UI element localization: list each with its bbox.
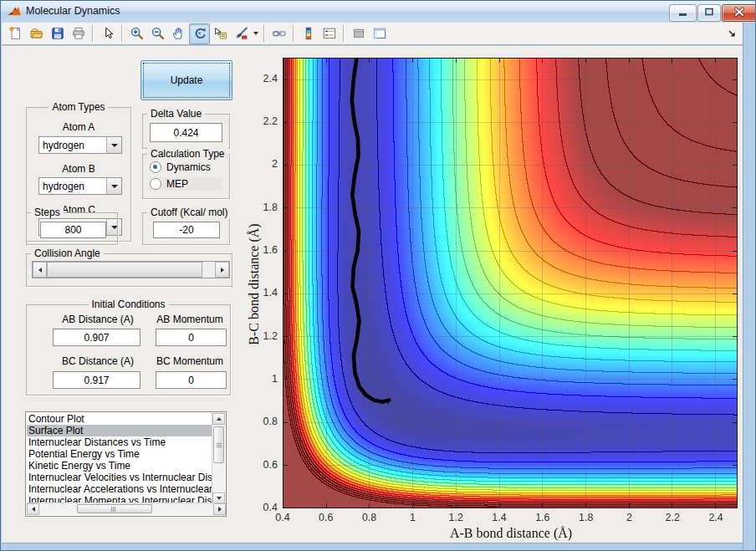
- app-window: Molecular Dynamics Atom Types Atom A hyd…: [0, 0, 756, 551]
- list-item[interactable]: Kinetic Energy vs Time: [27, 460, 213, 472]
- chevron-down-icon[interactable]: [106, 137, 121, 153]
- title-bar[interactable]: Molecular Dynamics: [1, 1, 756, 23]
- pan-button[interactable]: [168, 23, 189, 44]
- close-icon: [723, 5, 755, 19]
- data-cursor-button[interactable]: [210, 23, 231, 44]
- open-folder-icon: [29, 26, 44, 41]
- y-tick-label: 2.2: [253, 115, 278, 127]
- scroll-right-button[interactable]: [213, 503, 226, 515]
- potential-energy-contour-plot[interactable]: [283, 58, 738, 508]
- panel-title: Initial Conditions: [88, 298, 168, 310]
- scrollbar-thumb[interactable]: [213, 426, 224, 463]
- slider-thumb[interactable]: [47, 262, 202, 278]
- list-item[interactable]: Internuclear Velocities vs Internuclear …: [27, 472, 213, 483]
- horizontal-scrollbar[interactable]: [27, 503, 226, 515]
- insert-legend-button[interactable]: [319, 23, 340, 44]
- list-item[interactable]: Internuclear Accelerations vs Internucle…: [27, 483, 213, 495]
- zoom-in-button[interactable]: [126, 23, 147, 44]
- minimize-button[interactable]: [669, 4, 697, 22]
- chevron-down-icon[interactable]: [106, 178, 121, 194]
- y-axis-label: B-C bond distance (Å): [247, 159, 262, 410]
- ab-distance-label: AB Distance (A): [43, 314, 152, 325]
- scroll-left-button[interactable]: [27, 503, 39, 515]
- toolbar-separator: [343, 25, 345, 42]
- x-tick-label: 1.8: [572, 512, 600, 523]
- atom-b-value: hydrogen: [43, 181, 84, 192]
- listbox-items[interactable]: Contour PlotSurface PlotInternuclear Dis…: [27, 413, 213, 504]
- insert-colorbar-icon: [301, 26, 316, 41]
- pan-icon: [171, 26, 186, 41]
- hide-plot-tools-button[interactable]: [348, 23, 369, 44]
- matlab-icon: [7, 4, 22, 19]
- scrollbar-thumb[interactable]: [77, 504, 152, 513]
- slider-right-arrow[interactable]: [215, 262, 229, 278]
- x-tick-label: 2: [615, 512, 643, 523]
- collision-angle-panel: Collision Angle: [26, 253, 232, 287]
- link-plots-button[interactable]: [268, 23, 289, 44]
- radio-selected-icon[interactable]: [150, 161, 161, 173]
- minimize-icon: [671, 5, 695, 19]
- brush-button[interactable]: [231, 23, 252, 44]
- cutoff-field[interactable]: [153, 222, 220, 238]
- x-tick-label: 1.2: [442, 512, 470, 523]
- x-tick-label: 1: [398, 512, 427, 523]
- bc-momentum-field[interactable]: [156, 371, 227, 389]
- radio-dynamics[interactable]: Dynamics: [150, 161, 211, 174]
- atom-a-dropdown[interactable]: hydrogen: [38, 136, 122, 154]
- radio-mep[interactable]: MEP: [150, 177, 222, 191]
- collision-angle-slider[interactable]: [32, 261, 230, 278]
- insert-colorbar-button[interactable]: [298, 23, 319, 44]
- atom-b-dropdown[interactable]: hydrogen: [38, 177, 122, 195]
- list-item[interactable]: Surface Plot: [27, 425, 213, 436]
- calculation-type-panel: Calculation Type Dynamics MEP: [142, 154, 230, 199]
- delta-value-field[interactable]: [150, 123, 222, 142]
- panel-title: Cutoff (Kcal/ mol): [147, 207, 231, 218]
- toolbar-separator: [121, 25, 123, 42]
- radio-label: Dynamics: [166, 161, 211, 173]
- show-plot-tools-button[interactable]: [369, 23, 390, 44]
- thumb-grip: [217, 443, 222, 444]
- list-item[interactable]: Contour Plot: [27, 413, 213, 425]
- y-tick-label: 0.8: [253, 416, 278, 427]
- rotate-3d-button[interactable]: [189, 23, 210, 44]
- pointer-button[interactable]: [97, 23, 118, 44]
- scroll-up-button[interactable]: [212, 413, 225, 425]
- new-document-button[interactable]: [5, 23, 26, 44]
- panel-title: Atom Types: [49, 101, 108, 113]
- bc-distance-label: BC Distance (A): [43, 355, 152, 367]
- radio-unselected-icon[interactable]: [150, 178, 161, 190]
- x-tick-label: 1.6: [529, 512, 557, 523]
- brush-dropdown-caret[interactable]: [252, 24, 260, 43]
- restore-button[interactable]: [697, 4, 721, 22]
- save-button[interactable]: [47, 23, 68, 44]
- x-tick-label: 0.4: [268, 512, 297, 523]
- slider-left-arrow[interactable]: [33, 262, 47, 278]
- bc-distance-field[interactable]: [53, 371, 140, 389]
- right-arrow-icon: [218, 507, 222, 512]
- atom-a-value: hydrogen: [43, 140, 84, 151]
- toolbar-separator: [293, 25, 294, 42]
- vertical-scrollbar[interactable]: [212, 413, 225, 504]
- zoom-in-icon: [130, 26, 145, 41]
- list-item[interactable]: Potential Energy vs Time: [27, 448, 213, 460]
- ab-momentum-field[interactable]: [156, 329, 227, 346]
- zoom-out-button[interactable]: [147, 23, 168, 44]
- update-button[interactable]: Update: [140, 60, 232, 100]
- ab-distance-field[interactable]: [53, 329, 140, 346]
- right-arrow-icon: [221, 268, 224, 273]
- list-item[interactable]: Internuclear Distances vs Time: [27, 436, 213, 448]
- y-tick-label: 0.4: [253, 502, 278, 513]
- close-button[interactable]: [722, 4, 756, 22]
- print-button[interactable]: [68, 23, 89, 44]
- x-tick-label: 0.8: [355, 512, 384, 523]
- x-tick-label: 0.6: [312, 512, 340, 523]
- plot-type-listbox[interactable]: Contour PlotSurface PlotInternuclear Dis…: [25, 411, 227, 517]
- y-tick-label: 2.4: [253, 73, 278, 84]
- rotate-3d-icon: [192, 26, 207, 41]
- steps-field[interactable]: [40, 222, 106, 238]
- open-folder-button[interactable]: [26, 23, 47, 44]
- data-cursor-icon: [213, 26, 228, 41]
- x-axis-label: A-B bond distance (Å): [386, 526, 636, 541]
- toolbar-overflow-icon[interactable]: [728, 27, 737, 42]
- ab-momentum-label: AB Momentum: [152, 314, 227, 325]
